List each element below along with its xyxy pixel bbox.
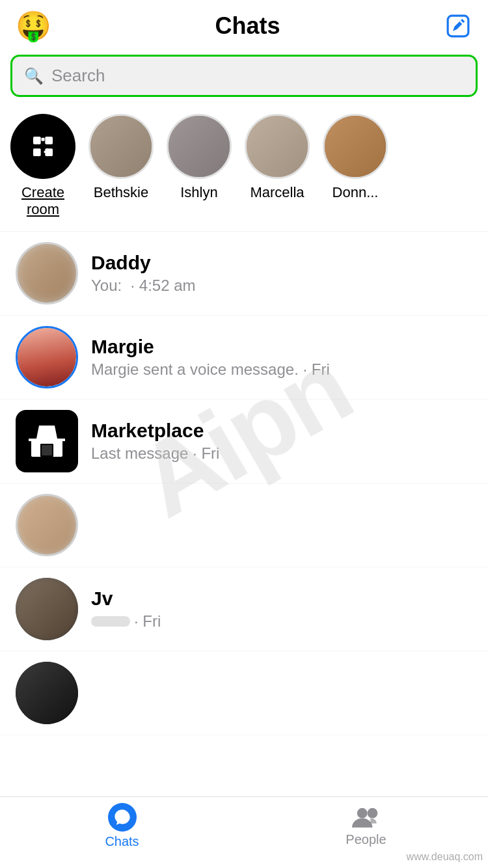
avatar-daddy <box>16 242 78 305</box>
story-avatar-ishlyn <box>167 114 232 179</box>
svg-rect-2 <box>45 137 53 144</box>
nav-item-chats[interactable]: Chats <box>0 803 244 849</box>
story-item-marcella[interactable]: Marcella <box>245 114 310 201</box>
chat-name-daddy: Daddy <box>91 252 472 274</box>
chat-item-unknown1[interactable] <box>0 483 488 567</box>
create-room-item[interactable]: Createroom <box>10 114 75 218</box>
create-room-label: Createroom <box>21 184 64 218</box>
chat-info-daddy: Daddy You: · 4:52 am <box>91 252 472 295</box>
header: 🤑 Chats <box>0 0 488 49</box>
chat-item-jv[interactable]: Jv · Fri <box>0 567 488 651</box>
story-avatar-marcella <box>245 114 310 179</box>
chat-nav-icon <box>108 803 137 832</box>
chat-preview-jv: · Fri <box>91 612 390 631</box>
story-item-donna[interactable]: Donn... <box>323 114 388 201</box>
chat-item-unknown2[interactable] <box>0 651 488 735</box>
chat-info-unknown1 <box>91 524 472 526</box>
nav-item-people[interactable]: People <box>244 805 488 847</box>
stories-row: Createroom Bethskie Ishlyn Marcella Donn… <box>0 107 488 232</box>
chat-preview-daddy: You: · 4:52 am <box>91 277 390 295</box>
story-label-ishlyn: Ishlyn <box>180 184 217 201</box>
story-label-donna: Donn... <box>332 184 379 201</box>
search-input-placeholder: Search <box>51 66 105 86</box>
search-icon: 🔍 <box>24 67 44 85</box>
chat-name-margie: Margie <box>91 336 472 358</box>
search-container: 🔍 Search <box>0 49 488 107</box>
avatar-marketplace <box>16 410 78 472</box>
story-label-bethskie: Bethskie <box>94 184 148 201</box>
chat-info-unknown2 <box>91 692 472 694</box>
chat-preview-margie: Margie sent a voice message. · Fri <box>91 360 390 379</box>
search-bar[interactable]: 🔍 Search <box>10 55 478 97</box>
story-label-marcella: Marcella <box>250 184 304 201</box>
story-avatar-donna <box>323 114 388 179</box>
site-watermark: www.deuaq.com <box>407 851 483 863</box>
chat-name-marketplace: Marketplace <box>91 420 472 442</box>
messenger-emoji: 🤑 <box>16 12 51 40</box>
story-avatar-bethskie <box>88 114 154 179</box>
chat-item-marketplace[interactable]: Marketplace Last message · Fri <box>0 400 488 483</box>
svg-point-10 <box>357 808 367 819</box>
svg-rect-9 <box>42 445 52 455</box>
avatar-unknown1 <box>16 494 78 556</box>
chat-info-margie: Margie Margie sent a voice message. · Fr… <box>91 336 472 379</box>
chat-preview-marketplace: Last message · Fri <box>91 444 390 463</box>
avatar-jv <box>16 578 78 640</box>
chat-info-marketplace: Marketplace Last message · Fri <box>91 420 472 463</box>
avatar-unknown2 <box>16 662 78 724</box>
create-room-button[interactable] <box>10 114 75 179</box>
svg-point-11 <box>367 808 377 819</box>
story-item-ishlyn[interactable]: Ishlyn <box>167 114 232 201</box>
compose-button[interactable] <box>444 12 472 40</box>
people-nav-icon <box>352 805 381 830</box>
avatar-margie <box>16 326 78 388</box>
nav-label-people: People <box>346 832 386 847</box>
nav-label-chats: Chats <box>105 834 139 849</box>
chat-list: Daddy You: · 4:52 am Margie Margie sent … <box>0 232 488 735</box>
story-item-bethskie[interactable]: Bethskie <box>88 114 154 201</box>
chat-item-margie[interactable]: Margie Margie sent a voice message. · Fr… <box>0 316 488 400</box>
chat-info-jv: Jv · Fri <box>91 588 472 631</box>
page-title: Chats <box>51 12 444 40</box>
chat-item-daddy[interactable]: Daddy You: · 4:52 am <box>0 232 488 316</box>
svg-rect-3 <box>33 148 41 156</box>
svg-rect-5 <box>42 138 45 141</box>
chat-name-jv: Jv <box>91 588 472 610</box>
svg-rect-1 <box>33 137 41 144</box>
